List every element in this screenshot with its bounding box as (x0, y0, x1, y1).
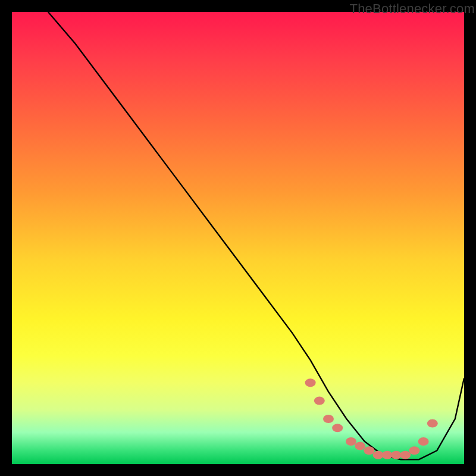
marker-dot (355, 442, 365, 450)
marker-dot (418, 437, 429, 446)
watermark-label: TheBottlenecker.com (350, 1, 475, 17)
marker-dot (346, 437, 356, 446)
chart-container: TheBottlenecker.com (0, 0, 476, 476)
marker-dot (323, 415, 334, 423)
marker-dot (332, 424, 343, 432)
marker-dot (409, 446, 419, 455)
curve-markers (305, 378, 438, 459)
marker-dot (364, 446, 374, 455)
marker-dot (427, 419, 438, 428)
marker-dot (400, 451, 411, 459)
plot-area (12, 12, 464, 464)
chart-svg (12, 12, 464, 464)
marker-dot (305, 378, 316, 387)
curve-line (48, 12, 464, 459)
marker-dot (314, 397, 325, 405)
